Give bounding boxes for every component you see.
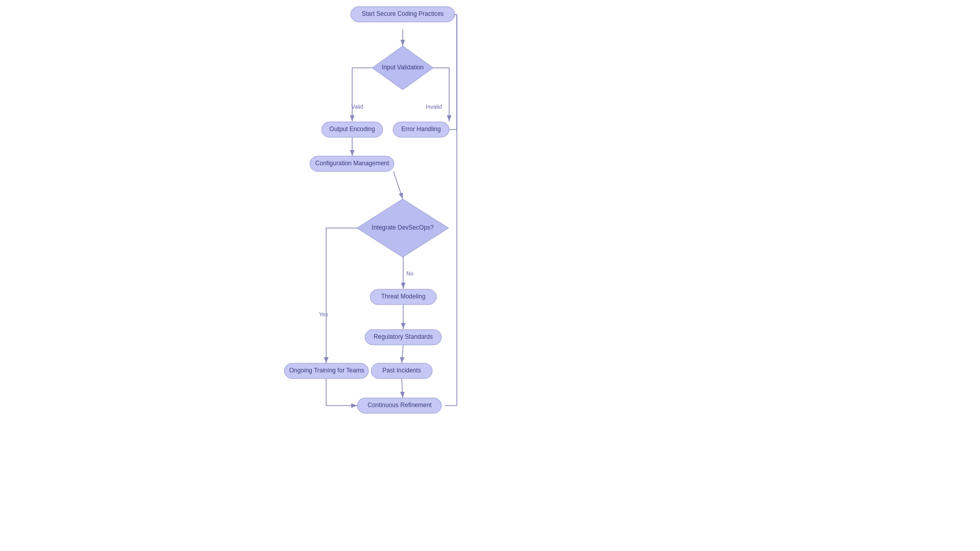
- arrow-refinement-loop: [437, 15, 457, 406]
- arrow-invalid-error: [423, 68, 449, 121]
- config-management-label: Configuration Management: [315, 160, 389, 167]
- error-handling-label: Error Handling: [401, 126, 440, 133]
- arrow-regulatory-past: [402, 345, 403, 363]
- no-label: No: [406, 270, 413, 277]
- arrow-error-loop: [437, 15, 457, 130]
- regulatory-standards-label: Regulatory Standards: [374, 333, 433, 340]
- ongoing-training-label: Ongoing Training for Teams: [289, 367, 364, 374]
- arrow-config-devsecops: [394, 171, 403, 199]
- valid-label: Valid: [351, 104, 363, 110]
- past-incidents-label: Past Incidents: [382, 367, 421, 374]
- diagram-container: Start Secure Coding Practices Input Vali…: [0, 0, 980, 551]
- arrow-ongoing-refinement: [326, 379, 357, 406]
- output-encoding-label: Output Encoding: [329, 126, 375, 133]
- invalid-label: Invalid: [426, 104, 442, 110]
- continuous-refinement-label: Continuous Refinement: [368, 402, 432, 409]
- input-validation-label: Input Validation: [382, 64, 424, 71]
- integrate-devsecops-label: Integrate DevSecOps?: [372, 224, 434, 231]
- arrow-valid-output: [352, 68, 383, 121]
- yes-label: Yes: [319, 311, 328, 317]
- arrow-past-refinement: [402, 379, 403, 398]
- start-label: Start Secure Coding Practices: [362, 10, 444, 17]
- threat-modeling-label: Threat Modeling: [381, 293, 426, 300]
